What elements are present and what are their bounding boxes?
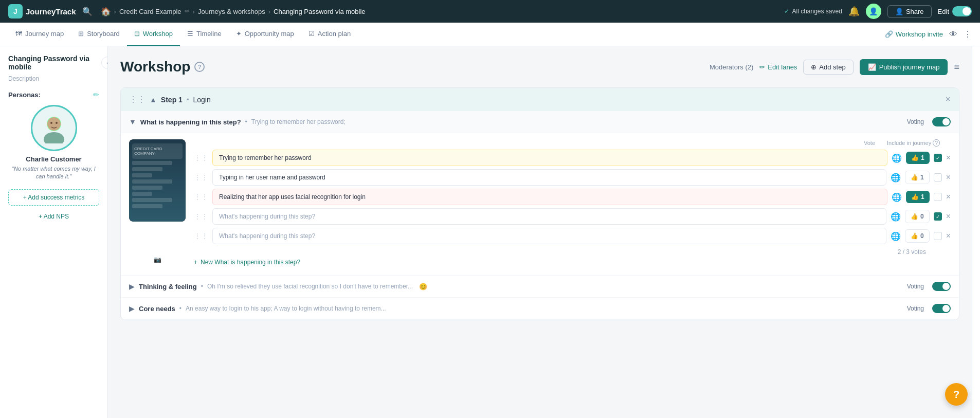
plus-circle-icon: ⊕ [811, 63, 816, 71]
item-input-3[interactable] [212, 189, 887, 205]
search-button[interactable]: 🔍 [82, 7, 93, 16]
breadcrumb-journeys[interactable]: Journeys & workshops [198, 8, 265, 15]
tab-action-plan[interactable]: ☑ Action plan [301, 23, 358, 46]
list-item: ⋮⋮ 🌐 👍 0 × [194, 228, 951, 244]
workshop-invite-button[interactable]: 🔗 Workshop invite [885, 30, 943, 38]
chart-icon: 📈 [868, 63, 876, 71]
main-layout: Changing Password via mobile ‹ Descripti… [0, 46, 980, 418]
tab-timeline[interactable]: ☰ Timeline [180, 23, 229, 46]
workshop-title: Workshop ? [120, 59, 205, 75]
app-logo[interactable]: J JourneyTrack [8, 4, 76, 19]
item-drag-handle[interactable]: ⋮⋮ [194, 212, 208, 221]
edit-lanes-button[interactable]: ✏ Edit lanes [759, 63, 797, 71]
translate-button-4[interactable]: 🌐 [891, 212, 901, 222]
workshop-actions: Moderators (2) ✏ Edit lanes ⊕ Add step 📈… [710, 59, 959, 75]
thinking-collapse-button[interactable]: ▶ [129, 282, 135, 290]
voting-label: Voting [907, 118, 924, 125]
more-options-button[interactable]: ⋮ [964, 29, 972, 39]
core-voting-toggle[interactable] [932, 304, 951, 313]
item-drag-handle[interactable]: ⋮⋮ [194, 154, 208, 162]
add-step-button[interactable]: ⊕ Add step [803, 60, 853, 75]
emoji-icon: 😊 [419, 283, 427, 290]
tab-journey-map[interactable]: 🗺 Journey map [8, 23, 71, 46]
add-metrics-button[interactable]: + Add success metrics [8, 189, 99, 206]
lane-collapse-button[interactable]: ▼ [129, 118, 136, 126]
delete-item-button-2[interactable]: × [946, 173, 951, 182]
item-input-5[interactable] [212, 228, 886, 244]
link-icon: 🔗 [885, 30, 893, 38]
add-nps-button[interactable]: + Add NPS [8, 210, 99, 223]
thinking-feeling-lane: ▶ Thinking & feeling • Oh I'm so relieve… [121, 276, 959, 298]
persona-name: Charlie Customer [26, 155, 81, 163]
lane-title: What is happening in this step? [140, 118, 241, 126]
svg-point-1 [44, 132, 64, 143]
help-button[interactable]: ? [945, 383, 968, 406]
svg-point-2 [47, 117, 61, 131]
item-input-2[interactable] [212, 169, 886, 186]
sidebar-collapse-button[interactable]: ‹ [101, 57, 108, 69]
tab-storyboard[interactable]: ⊞ Storyboard [71, 23, 127, 46]
thumbs-up-icon-5: 👍 [911, 232, 918, 240]
translate-button-3[interactable]: 🌐 [892, 192, 902, 202]
share-button[interactable]: 👤 Share [887, 5, 932, 18]
pencil-icon: ✏ [759, 63, 765, 71]
list-item: ⋮⋮ 🌐 👍 1 × [194, 169, 951, 186]
core-needs-lane: ▶ Core needs • An easy way to login to h… [121, 298, 959, 320]
vote-button-5[interactable]: 👍 0 [905, 229, 930, 243]
include-checkbox-3[interactable] [934, 193, 942, 201]
vote-button-3[interactable]: 👍 1 [906, 191, 930, 203]
list-item: ⋮⋮ 🌐 👍 0 ✓ × [194, 208, 951, 225]
item-drag-handle[interactable]: ⋮⋮ [194, 173, 208, 181]
item-drag-handle[interactable]: ⋮⋮ [194, 193, 208, 201]
item-drag-handle[interactable]: ⋮⋮ [194, 232, 208, 240]
voting-toggle[interactable] [932, 117, 951, 126]
notifications-button[interactable]: 🔔 [848, 6, 860, 17]
tab-opportunity-map[interactable]: ✦ Opportunity map [229, 23, 301, 46]
step-label: Step 1 [161, 96, 183, 104]
delete-item-button-1[interactable]: × [946, 153, 951, 162]
step-header: ⋮⋮ ▲ Step 1 • Login × [121, 88, 959, 111]
include-checkbox-2[interactable] [934, 173, 942, 181]
delete-item-button-5[interactable]: × [946, 231, 951, 241]
publish-button[interactable]: 📈 Publish journey map [860, 59, 948, 75]
step-collapse-button[interactable]: ▲ [150, 96, 157, 104]
step-drag-handle[interactable]: ⋮⋮ [129, 95, 146, 104]
vote-button-1[interactable]: 👍 1 [906, 152, 930, 164]
translate-button-2[interactable]: 🌐 [891, 173, 901, 183]
workshop-menu-button[interactable]: ≡ [954, 62, 959, 72]
tab-workshop[interactable]: ⊡ Workshop [127, 23, 180, 46]
thinking-voting-toggle[interactable] [932, 282, 951, 291]
translate-button-5[interactable]: 🌐 [891, 231, 901, 241]
delete-item-button-4[interactable]: × [946, 212, 951, 221]
moderators-button[interactable]: Moderators (2) [710, 63, 753, 71]
home-icon[interactable]: 🏠 [101, 7, 111, 16]
saved-indicator: ✓ All changes saved [784, 8, 842, 15]
step-header-left: ⋮⋮ ▲ Step 1 • Login [129, 95, 211, 104]
item-input-1[interactable] [212, 150, 887, 166]
edit-personas-button[interactable]: ✏ [93, 90, 99, 99]
thinking-lane-summary: Oh I'm so relieved they use facial recog… [207, 283, 413, 290]
breadcrumb-project[interactable]: Credit Card Example [119, 8, 182, 15]
include-checkbox-5[interactable] [934, 232, 942, 240]
add-new-item-button[interactable]: + New What is happening in this step? [194, 256, 300, 269]
user-avatar[interactable]: 👤 [866, 4, 881, 19]
include-checkbox-1[interactable]: ✓ [934, 154, 942, 162]
lane-summary: Trying to remember her password; [251, 118, 346, 125]
vote-button-2[interactable]: 👍 1 [905, 171, 930, 184]
vote-button-4[interactable]: 👍 0 [905, 210, 930, 223]
core-collapse-button[interactable]: ▶ [129, 304, 135, 313]
content-area: Workshop ? Moderators (2) ✏ Edit lanes ⊕… [108, 46, 972, 418]
list-item: ⋮⋮ 🌐 👍 1 ✓ × [194, 150, 951, 166]
item-input-4[interactable] [212, 208, 886, 225]
upload-image-button[interactable]: 📷 [151, 253, 164, 266]
workshop-info-icon[interactable]: ? [194, 62, 205, 72]
translate-button-1[interactable]: 🌐 [892, 153, 902, 163]
delete-item-button-3[interactable]: × [946, 192, 951, 202]
step-section: ⋮⋮ ▲ Step 1 • Login × ▼ What is happenin… [120, 87, 959, 320]
plus-icon: + [194, 259, 197, 266]
thumbs-up-icon-3: 👍 [911, 193, 919, 201]
close-step-button[interactable]: × [945, 94, 951, 105]
include-checkbox-4[interactable]: ✓ [934, 212, 942, 221]
preview-button[interactable]: 👁 [949, 30, 957, 39]
edit-toggle-switch[interactable] [952, 6, 972, 16]
